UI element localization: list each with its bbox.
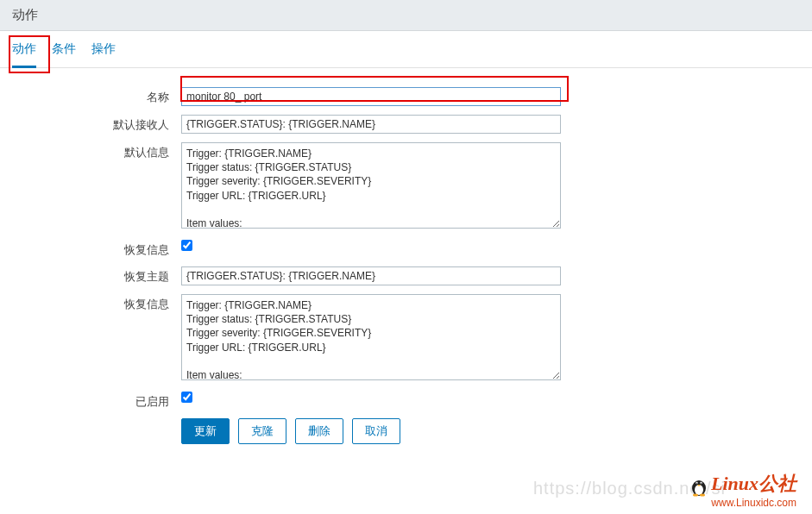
- default-recipient-input[interactable]: [181, 115, 561, 134]
- row-default-recipient: 默认接收人: [12, 115, 800, 134]
- watermark-background: https://blog.csdn.net/si: [533, 479, 726, 498]
- default-recipient-label: 默认接收人: [12, 115, 181, 133]
- delete-button[interactable]: 删除: [295, 418, 343, 444]
- tab-bar: 动作 条件 操作: [0, 31, 812, 68]
- enabled-label: 已启用: [12, 392, 181, 410]
- cancel-button[interactable]: 取消: [352, 418, 400, 444]
- row-recovery-subject: 恢复主题: [12, 266, 800, 285]
- tab-operation[interactable]: 操作: [91, 41, 116, 67]
- watermark-logo: Linux公社: [689, 471, 796, 497]
- action-form: 名称 默认接收人 默认信息 恢复信息 恢复主题 恢复信息 已启用: [0, 68, 812, 453]
- row-name: 名称: [12, 87, 800, 106]
- button-row: 更新 克隆 删除 取消: [181, 418, 800, 444]
- svg-point-7: [700, 494, 705, 497]
- recovery-info-checkbox[interactable]: [181, 240, 192, 251]
- svg-point-1: [695, 485, 703, 495]
- watermark-logo-text: Linux公社: [711, 473, 796, 494]
- svg-point-6: [693, 494, 698, 497]
- svg-point-2: [696, 482, 697, 484]
- page-title: 动作: [12, 7, 38, 22]
- recovery-info-toggle-label: 恢复信息: [12, 240, 181, 258]
- svg-point-5: [701, 483, 702, 484]
- watermark: Linux公社 www.Linuxidc.com: [689, 471, 796, 509]
- tab-condition[interactable]: 条件: [52, 41, 76, 67]
- name-label: 名称: [12, 87, 181, 105]
- row-recovery-info-toggle: 恢复信息: [12, 240, 800, 258]
- tux-icon: [689, 473, 709, 497]
- name-input[interactable]: [181, 87, 561, 106]
- row-recovery-msg: 恢复信息: [12, 294, 800, 383]
- enabled-checkbox[interactable]: [181, 392, 192, 403]
- recovery-subject-input[interactable]: [181, 266, 561, 285]
- svg-point-0: [692, 480, 706, 496]
- update-button[interactable]: 更新: [181, 418, 230, 444]
- page-header: 动作: [0, 0, 812, 31]
- tab-action[interactable]: 动作: [12, 41, 36, 68]
- clone-button[interactable]: 克隆: [238, 418, 286, 444]
- svg-point-4: [696, 483, 697, 484]
- watermark-url: www.Linuxidc.com: [689, 497, 796, 509]
- default-info-textarea[interactable]: [181, 142, 561, 229]
- default-info-label: 默认信息: [12, 142, 181, 160]
- row-enabled: 已启用: [12, 392, 800, 410]
- recovery-msg-textarea[interactable]: [181, 294, 561, 380]
- row-default-info: 默认信息: [12, 142, 800, 231]
- svg-point-3: [700, 482, 702, 484]
- recovery-msg-label: 恢复信息: [12, 294, 181, 312]
- recovery-subject-label: 恢复主题: [12, 266, 181, 285]
